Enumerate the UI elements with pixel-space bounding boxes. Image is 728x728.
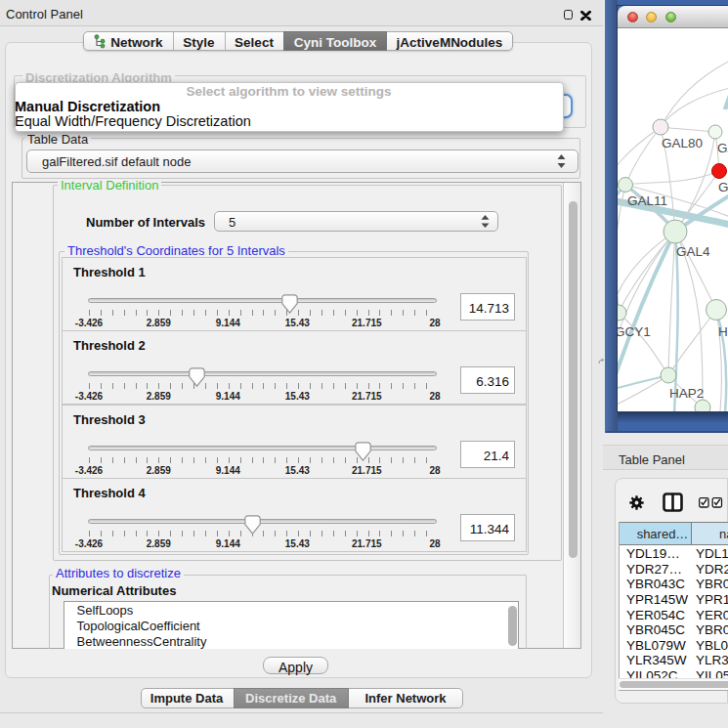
svg-text:GA: GA: [717, 141, 728, 155]
svg-text:GAL4: GAL4: [676, 244, 710, 259]
svg-text:GAL11: GAL11: [627, 193, 667, 208]
svg-text:HI: HI: [718, 324, 728, 339]
svg-text:GA: GA: [718, 180, 728, 194]
svg-text:GAL80: GAL80: [662, 136, 703, 150]
svg-text:GCY1: GCY1: [618, 324, 651, 339]
svg-text:HAP2: HAP2: [669, 386, 704, 401]
